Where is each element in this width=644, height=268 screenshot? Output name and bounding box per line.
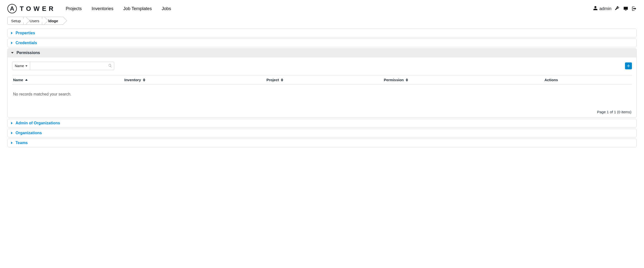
content-area: Properties Credentials Permissions Name	[0, 29, 644, 155]
search-input[interactable]	[32, 62, 108, 70]
panel-admin-orgs-title: Admin of Organizations	[16, 121, 60, 125]
brand-logo[interactable]: A TOWER	[8, 4, 56, 13]
panel-credentials-title: Credentials	[16, 41, 37, 45]
monitor-icon[interactable]	[623, 6, 628, 11]
search-type-label: Name	[15, 64, 24, 68]
caret-right-icon	[11, 32, 12, 34]
settings-icon[interactable]	[615, 6, 620, 11]
panel-admin-orgs-header[interactable]: Admin of Organizations	[8, 119, 636, 127]
search-row: Name	[12, 62, 632, 70]
permissions-body: Name Name	[8, 57, 636, 118]
user-icon	[593, 6, 598, 12]
nav-projects[interactable]: Projects	[66, 6, 82, 11]
col-inventory[interactable]: Inventory	[124, 78, 266, 82]
col-permission[interactable]: Permission	[384, 78, 544, 82]
sort-icon	[406, 78, 408, 82]
panel-properties-header[interactable]: Properties	[8, 29, 636, 37]
panel-organizations: Organizations	[8, 128, 636, 138]
pager: Page 1 of 1 (0 items)	[12, 109, 632, 114]
col-name[interactable]: Name	[13, 78, 124, 82]
caret-down-icon	[11, 52, 14, 54]
panel-teams: Teams	[8, 138, 636, 147]
plus-icon	[626, 64, 630, 68]
sort-icon	[143, 78, 145, 82]
caret-right-icon	[11, 42, 12, 44]
search-group: Name	[12, 62, 114, 70]
panel-permissions-header[interactable]: Permissions	[8, 48, 636, 57]
logo-mark: A	[8, 4, 17, 13]
col-actions: Actions	[544, 78, 631, 82]
panel-organizations-header[interactable]: Organizations	[8, 129, 636, 137]
panel-permissions: Permissions Name	[8, 48, 636, 118]
caret-right-icon	[11, 132, 12, 134]
header-right: admin	[593, 6, 636, 12]
col-project[interactable]: Project	[266, 78, 384, 82]
panel-properties-title: Properties	[16, 31, 35, 35]
panel-properties: Properties	[8, 29, 636, 38]
nav-inventories[interactable]: Inventories	[92, 6, 113, 11]
current-user[interactable]: admin	[593, 6, 612, 12]
sort-asc-icon	[25, 79, 28, 81]
main-nav: Projects Inventories Job Templates Jobs	[66, 6, 171, 11]
nav-jobs[interactable]: Jobs	[162, 6, 171, 11]
panel-teams-header[interactable]: Teams	[8, 139, 636, 147]
sort-icon	[281, 78, 283, 82]
caret-right-icon	[11, 122, 12, 124]
breadcrumb-setup[interactable]: Setup	[8, 17, 26, 25]
panel-credentials-header[interactable]: Credentials	[8, 39, 636, 47]
logout-icon[interactable]	[632, 6, 636, 11]
panel-teams-title: Teams	[16, 141, 28, 145]
breadcrumb: Setup Users ldoge	[0, 15, 644, 27]
nav-job-templates[interactable]: Job Templates	[123, 6, 152, 11]
panel-organizations-title: Organizations	[16, 131, 42, 135]
search-type-dropdown[interactable]: Name	[12, 62, 30, 70]
panel-admin-orgs: Admin of Organizations	[8, 119, 636, 128]
panel-permissions-title: Permissions	[16, 50, 40, 55]
panel-credentials: Credentials	[8, 38, 636, 48]
top-bar: A TOWER Projects Inventories Job Templat…	[0, 0, 644, 15]
dropdown-caret-icon	[26, 66, 28, 67]
permissions-table-header: Name Inventory Project Permission Action…	[12, 75, 632, 85]
caret-right-icon	[11, 142, 12, 144]
logo-text: TOWER	[20, 5, 56, 12]
add-permission-button[interactable]	[625, 62, 632, 69]
search-icon[interactable]	[108, 64, 112, 68]
search-input-wrap	[30, 62, 114, 70]
empty-message: No records matched your search.	[12, 85, 632, 109]
username-label: admin	[599, 6, 612, 11]
